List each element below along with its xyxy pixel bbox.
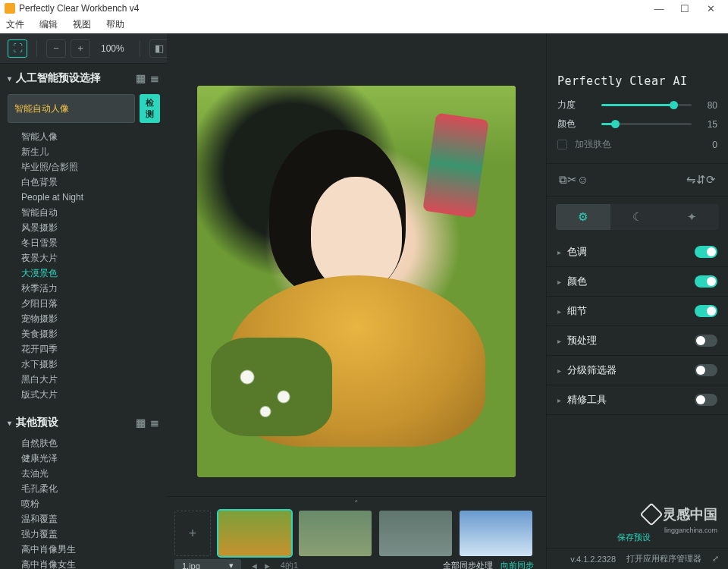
preset-item[interactable]: 健康光泽 [15, 451, 167, 466]
chevron-right-icon: ▸ [557, 396, 561, 404]
preset-item[interactable]: People at Night [15, 190, 167, 205]
preset-item[interactable]: 风景摄影 [15, 220, 167, 235]
flip-h-icon[interactable]: ⇋ [686, 173, 696, 187]
preset-item[interactable]: 黑白大片 [15, 372, 167, 387]
add-image-button[interactable]: + [174, 511, 211, 556]
other-presets-header[interactable]: ▾ 其他预设 ▦ ≣ [0, 411, 167, 434]
preset-item[interactable]: 大漠景色 [15, 266, 167, 281]
toggle-switch[interactable] [695, 335, 717, 347]
canvas-area[interactable] [167, 67, 546, 496]
toggle-switch[interactable] [695, 394, 717, 406]
preset-item[interactable]: 秋季活力 [15, 281, 167, 296]
toggle-switch[interactable] [695, 246, 717, 258]
tab-portrait-icon[interactable]: ☾ [610, 204, 665, 230]
split-view-icon[interactable]: ◧ [149, 39, 169, 58]
preset-item[interactable]: 花开四季 [15, 341, 167, 357]
grid-view-icon[interactable]: ▦ [136, 417, 146, 429]
preset-item[interactable]: 冬日雪景 [15, 235, 167, 250]
menu-file[interactable]: 文件 [3, 18, 27, 31]
preset-item[interactable]: 高中肖像女生 [15, 557, 167, 569]
preset-item[interactable]: 智能人像 [15, 129, 167, 144]
save-preset-link[interactable]: 保存预设 [617, 532, 651, 543]
crop-tool-icon[interactable]: ✂ [567, 173, 577, 187]
tab-effects-icon[interactable]: ✦ [664, 204, 719, 230]
chevron-right-icon: ▸ [557, 278, 561, 286]
close-button[interactable]: ✕ [698, 3, 723, 14]
preset-item[interactable]: 版式大片 [15, 387, 167, 402]
enhance-skin-check[interactable]: 加强肤色 0 [547, 134, 728, 156]
preset-item[interactable]: 白色背景 [15, 174, 167, 190]
preset-item[interactable]: 美食摄影 [15, 326, 167, 341]
minimize-button[interactable]: — [646, 3, 672, 14]
zoom-in-button[interactable]: + [71, 39, 90, 58]
filmstrip-collapse-icon[interactable]: ˄ [174, 500, 538, 511]
presets-sidebar: ▾ 人工智能预设选择 ▦ ≣ 检测 智能人像新生儿毕业照/合影照白色背景Peop… [0, 33, 167, 569]
maximize-button[interactable]: ☐ [672, 3, 698, 14]
fit-screen-icon[interactable]: ⛶ [8, 39, 27, 58]
adjustments-panel: Perfectly Clear AI 力度80颜色15 加强肤色 0 ⧉ ✂ ☺… [546, 33, 728, 569]
accordion-item[interactable]: ▸精修工具 [547, 385, 728, 415]
checkbox-icon[interactable] [557, 140, 567, 149]
toggle-switch[interactable] [695, 305, 717, 317]
thumbnail[interactable] [299, 511, 372, 556]
preset-item[interactable]: 去油光 [15, 466, 167, 481]
ai-presets-header[interactable]: ▾ 人工智能预设选择 ▦ ≣ [0, 67, 167, 90]
sync-all-button[interactable]: 全部同步处理 [443, 560, 493, 569]
preset-item[interactable]: 夜景大片 [15, 250, 167, 266]
list-view-icon[interactable]: ≣ [150, 72, 159, 84]
grid-view-icon[interactable]: ▦ [136, 72, 146, 84]
histogram-icon[interactable]: ⧉ [559, 173, 567, 187]
preset-item[interactable]: 温和覆盖 [15, 511, 167, 527]
preset-item[interactable]: 自然肤色 [15, 435, 167, 451]
image-preview[interactable] [197, 86, 516, 477]
preset-item[interactable]: 高中肖像男生 [15, 542, 167, 557]
thumbnail[interactable] [460, 511, 532, 556]
sync-forward-button[interactable]: 向前同步 [500, 560, 534, 569]
chevron-right-icon: ▸ [557, 248, 561, 256]
app-logo-icon [5, 3, 15, 14]
chevron-right-icon: ▸ [557, 366, 561, 375]
slider-track[interactable] [601, 104, 692, 106]
slider-label: 颜色 [557, 118, 594, 130]
rotate-icon[interactable]: ⟳ [706, 173, 716, 187]
toggle-switch[interactable] [695, 275, 717, 288]
task-manager-link[interactable]: 打开应用程序管理器 [626, 553, 701, 564]
slider-track[interactable] [601, 123, 692, 125]
menu-view[interactable]: 视图 [70, 18, 94, 31]
accordion-item[interactable]: ▸颜色 [547, 267, 728, 297]
accordion-item[interactable]: ▸细节 [547, 297, 728, 326]
page-indicator: 4的1 [281, 560, 298, 569]
separator [140, 40, 140, 57]
preset-item[interactable]: 新生儿 [15, 144, 167, 159]
preset-item[interactable]: 夕阳日落 [15, 296, 167, 311]
next-image-icon[interactable]: ► [263, 561, 271, 570]
list-view-icon[interactable]: ≣ [150, 417, 159, 429]
zoom-out-button[interactable]: − [46, 39, 66, 58]
accordion-item[interactable]: ▸预处理 [547, 326, 728, 356]
adjust-tabs: ⚙ ☾ ✦ [556, 204, 719, 230]
flip-v-icon[interactable]: ⇵ [696, 173, 706, 187]
preset-item[interactable]: 强力覆盖 [15, 527, 167, 542]
preset-item[interactable]: 宠物摄影 [15, 311, 167, 326]
footer-bar: v.4.1.2.2328 打开应用程序管理器 ⤢ [547, 548, 728, 569]
accordion-item[interactable]: ▸分级筛选器 [547, 356, 728, 385]
menu-help[interactable]: 帮助 [103, 18, 127, 31]
preset-item[interactable]: 水下摄影 [15, 357, 167, 372]
file-selector[interactable]: 1.jpg▾ [174, 559, 241, 569]
preset-item[interactable]: 毛孔柔化 [15, 481, 167, 496]
preset-search-input[interactable] [8, 94, 135, 123]
face-icon[interactable]: ☺ [577, 173, 588, 187]
expand-icon[interactable]: ⤢ [712, 554, 719, 564]
preset-item[interactable]: 毕业照/合影照 [15, 159, 167, 174]
preset-item[interactable]: 喷粉 [15, 496, 167, 511]
thumbnail[interactable] [379, 511, 452, 556]
prev-image-icon[interactable]: ◄ [250, 561, 259, 570]
detect-button[interactable]: 检测 [140, 94, 160, 123]
tab-sliders-icon[interactable]: ⚙ [556, 204, 610, 230]
accordion-item[interactable]: ▸色调 [547, 237, 728, 267]
preset-item[interactable]: 智能自动 [15, 205, 167, 220]
thumbnail[interactable] [218, 511, 291, 556]
zoom-level[interactable]: 100% [101, 43, 124, 54]
toggle-switch[interactable] [695, 364, 717, 376]
menu-edit[interactable]: 编辑 [36, 18, 61, 31]
